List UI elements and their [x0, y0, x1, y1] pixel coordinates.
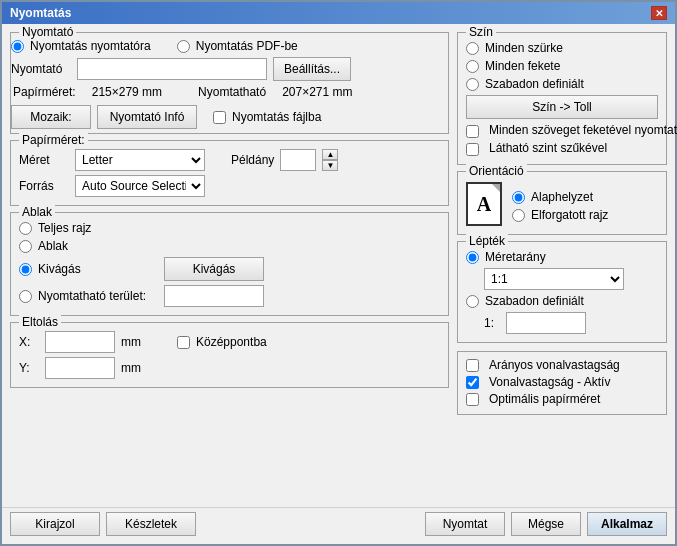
- window-opt-label: Ablak: [38, 239, 68, 253]
- visible-layers-label: Látható szint szűkével: [489, 141, 607, 157]
- orientation-group-title: Orientáció: [466, 164, 527, 178]
- crop-button[interactable]: Kivágás: [164, 257, 264, 281]
- scale-select[interactable]: 1:1 1:2 2:1: [484, 268, 624, 290]
- scale-group: Lépték Méretarány 1:1 1:2 2:1 Szabadon d…: [457, 241, 667, 343]
- scale-ratio-label: Méretarány: [485, 250, 546, 264]
- print-dialog: Nyomtatás ✕ Nyomtató Nyomtatás nyomtatór…: [0, 0, 677, 546]
- printable-area-radio[interactable]: [19, 290, 32, 303]
- line-weight-checkbox[interactable]: [466, 376, 479, 389]
- x-label: X:: [19, 335, 39, 349]
- visible-layers-checkbox[interactable]: [466, 143, 479, 156]
- source-select[interactable]: Auto Source Selection Tray 1 Tray 2: [75, 175, 205, 197]
- gray-radio[interactable]: [466, 42, 479, 55]
- settings-button[interactable]: Beállítás...: [273, 57, 351, 81]
- y-input[interactable]: -4.0: [45, 357, 115, 379]
- copies-label: Példány: [231, 153, 274, 167]
- mosaic-button[interactable]: Mozaik:: [11, 105, 91, 129]
- optimal-label: Optimális papírméret: [489, 392, 600, 406]
- paper-size-label: Papírméret:: [13, 85, 76, 99]
- printer-info-button[interactable]: Nyomtató Infó: [97, 105, 197, 129]
- black-text-label: Minden szöveget feketével nyomtat: [489, 123, 677, 139]
- landscape-label: Alaphelyzet: [531, 190, 593, 204]
- option-pdf-radio[interactable]: [177, 40, 190, 53]
- gray-label: Minden szürke: [485, 41, 563, 55]
- left-panel: Nyomtató Nyomtatás nyomtatóra Nyomtatás …: [10, 32, 449, 499]
- right-panel: Szín Minden szürke Minden fekete Szabado…: [457, 32, 667, 499]
- scale-group-title: Lépték: [466, 234, 508, 248]
- paper-size-group-title: Papírméret:: [19, 133, 88, 147]
- x-unit: mm: [121, 335, 141, 349]
- size-label: Méret: [19, 153, 69, 167]
- print-to-file-label: Nyomtatás fájlba: [232, 110, 321, 124]
- color-group: Szín Minden szürke Minden fekete Szabado…: [457, 32, 667, 165]
- ratio-input[interactable]: 1: [506, 312, 586, 334]
- ratio-label: 1:: [484, 316, 494, 330]
- x-input[interactable]: -4.0: [45, 331, 115, 353]
- custom-scale-radio[interactable]: [466, 295, 479, 308]
- paper-size-value: 215×279 mm: [92, 85, 162, 99]
- dialog-title: Nyomtatás: [10, 6, 71, 20]
- crop-radio[interactable]: [19, 263, 32, 276]
- landscape-radio[interactable]: [512, 191, 525, 204]
- print-to-file-checkbox[interactable]: [213, 111, 226, 124]
- draw-button[interactable]: Kirajzol: [10, 512, 100, 536]
- printable-area-value[interactable]: 207×271: [164, 285, 264, 307]
- printable-area-label: Nyomtatható terület:: [38, 289, 138, 303]
- inventory-button[interactable]: Készletek: [106, 512, 196, 536]
- black-text-checkbox[interactable]: [466, 125, 479, 138]
- color-pen-button[interactable]: Szín -> Toll: [466, 95, 658, 119]
- print-button[interactable]: Nyomtat: [425, 512, 505, 536]
- line-weight-label: Vonalvastagság - Aktív: [489, 375, 610, 389]
- proportional-checkbox[interactable]: [466, 359, 479, 372]
- center-label: Középpontba: [196, 335, 267, 349]
- optimal-checkbox[interactable]: [466, 393, 479, 406]
- proportional-label: Arányos vonalvastagság: [489, 358, 620, 372]
- close-button[interactable]: ✕: [651, 6, 667, 20]
- option-pdf-label: Nyomtatás PDF-be: [196, 39, 298, 53]
- portrait-icon: A: [466, 182, 502, 226]
- apply-button[interactable]: Alkalmaz: [587, 512, 667, 536]
- rotated-radio[interactable]: [512, 209, 525, 222]
- offset-group-title: Eltolás: [19, 315, 61, 329]
- y-unit: mm: [121, 361, 141, 375]
- color-group-title: Szín: [466, 25, 496, 39]
- rotated-label: Elforgatott rajz: [531, 208, 608, 222]
- copies-input[interactable]: 1: [280, 149, 316, 171]
- option-printer-radio[interactable]: [11, 40, 24, 53]
- title-bar: Nyomtatás ✕: [2, 2, 675, 24]
- black-label: Minden fekete: [485, 59, 560, 73]
- paper-size-group: Papírméret: Méret Letter A4 A3 Példány 1…: [10, 140, 449, 206]
- copies-spinner: ▲ ▼: [322, 149, 338, 171]
- portrait-letter: A: [477, 193, 491, 216]
- orientation-group: Orientáció A Alaphelyzet Elforgatott raj…: [457, 171, 667, 235]
- custom-color-radio[interactable]: [466, 78, 479, 91]
- printer-label: Nyomtató: [11, 62, 71, 76]
- window-radio[interactable]: [19, 240, 32, 253]
- black-radio[interactable]: [466, 60, 479, 73]
- crop-label: Kivágás: [38, 262, 138, 276]
- center-checkbox[interactable]: [177, 336, 190, 349]
- dialog-footer: Kirajzol Készletek Nyomtat Mégse Alkalma…: [2, 507, 675, 544]
- printer-group-title: Nyomtató: [19, 25, 76, 39]
- full-drawing-radio[interactable]: [19, 222, 32, 235]
- size-select[interactable]: Letter A4 A3: [75, 149, 205, 171]
- printable-label: Nyomtatható: [198, 85, 266, 99]
- printable-value: 207×271 mm: [282, 85, 352, 99]
- custom-color-label: Szabadon definiált: [485, 77, 584, 91]
- full-drawing-label: Teljes rajz: [38, 221, 91, 235]
- offset-group: Eltolás X: -4.0 mm Középpontba Y: -4.0 m…: [10, 322, 449, 388]
- window-group: Ablak Teljes rajz Ablak Kivágás Kivágás …: [10, 212, 449, 316]
- copies-up[interactable]: ▲: [322, 149, 338, 160]
- scale-ratio-radio[interactable]: [466, 251, 479, 264]
- option-printer-label: Nyomtatás nyomtatóra: [30, 39, 151, 53]
- printer-group: Nyomtató Nyomtatás nyomtatóra Nyomtatás …: [10, 32, 449, 134]
- cancel-button[interactable]: Mégse: [511, 512, 581, 536]
- dialog-body: Nyomtató Nyomtatás nyomtatóra Nyomtatás …: [2, 24, 675, 507]
- source-label: Forrás: [19, 179, 69, 193]
- printer-value[interactable]: CD 1018_DC 2018 KX: [77, 58, 267, 80]
- y-label: Y:: [19, 361, 39, 375]
- copies-down[interactable]: ▼: [322, 160, 338, 171]
- window-group-title: Ablak: [19, 205, 55, 219]
- orientation-options: Alaphelyzet Elforgatott rajz: [512, 186, 608, 222]
- options-group: Arányos vonalvastagság Vonalvastagság - …: [457, 351, 667, 415]
